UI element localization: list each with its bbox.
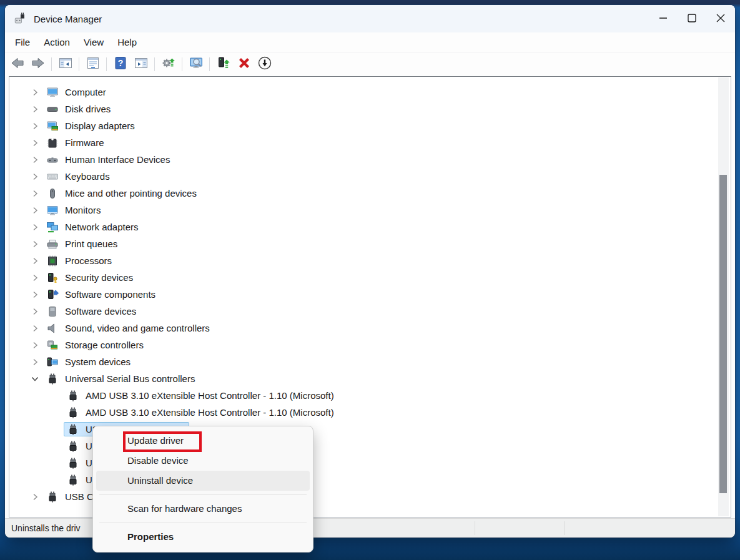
toolbar-separator (182, 57, 182, 71)
display-adapter-icon (46, 120, 59, 132)
tree-item-software-components[interactable]: Software components (9, 286, 731, 303)
tree-item-display-adapters[interactable]: Display adapters (9, 117, 731, 134)
update-driver-icon (216, 56, 231, 72)
toolbar-button-properties[interactable] (83, 55, 102, 74)
tree-item-human-interface-devices[interactable]: Human Interface Devices (9, 151, 731, 168)
chevron-right-icon[interactable] (29, 104, 43, 115)
chevron-right-icon[interactable] (29, 120, 43, 132)
tree-item-amd-usb-3-10-extensible-host-controller-1-[interactable]: AMD USB 3.10 eXtensible Host Controller … (9, 387, 731, 404)
tree-item-label: Software devices (65, 306, 136, 317)
tree-item-monitors[interactable]: Monitors (9, 202, 731, 219)
toolbar-button-uninstall[interactable] (234, 55, 254, 74)
tree-item-sound-video-and-game-controllers[interactable]: Sound, video and game controllers (9, 320, 731, 336)
toolbar-button-help[interactable]: ? (111, 55, 130, 74)
console-tree-icon (58, 56, 73, 72)
tree-item-software-devices[interactable]: Software devices (9, 303, 731, 320)
tree-item-label: U (86, 474, 92, 485)
chevron-right-icon[interactable] (29, 289, 43, 300)
context-menu-item-properties[interactable]: Properties (93, 527, 313, 547)
context-menu-item-uninstall-device[interactable]: Uninstall device (96, 471, 310, 491)
tree-item-label: System devices (65, 356, 131, 367)
usb-plug-icon (67, 390, 79, 402)
context-menu-item-update-driver[interactable]: Update driver (93, 431, 313, 451)
menu-item-file[interactable]: File (8, 34, 37, 50)
toolbar-button-back[interactable] (7, 55, 27, 74)
chevron-right-icon[interactable] (29, 356, 43, 368)
toolbar-button-update-driver[interactable] (214, 55, 233, 74)
menu-item-view[interactable]: View (77, 34, 111, 50)
tree-item-mice-and-other-pointing-devices[interactable]: Mice and other pointing devices (9, 185, 731, 202)
keyboard-icon (46, 170, 59, 183)
forward-arrow-icon (31, 56, 46, 72)
menu-item-action[interactable]: Action (37, 34, 77, 50)
tree-item-label: Computer (65, 87, 106, 97)
printer-icon (46, 238, 59, 250)
chevron-right-icon[interactable] (29, 137, 43, 149)
toolbar-separator (209, 57, 210, 71)
close-button[interactable] (706, 5, 735, 32)
maximize-button[interactable] (678, 5, 706, 32)
chevron-right-icon[interactable] (29, 154, 43, 165)
toolbar-button-show-console-tree[interactable] (56, 55, 75, 74)
context-menu-item-disable-device[interactable]: Disable device (93, 451, 313, 471)
tree-row-content: Keyboards (43, 169, 116, 184)
chevron-right-icon[interactable] (29, 323, 43, 334)
chevron-right-icon[interactable] (29, 188, 43, 199)
tree-item-computer[interactable]: Computer (9, 84, 731, 101)
toolbar-button-remote-computer[interactable] (186, 55, 205, 74)
chevron-right-icon[interactable] (29, 205, 43, 216)
tree-scrollbar[interactable] (718, 77, 729, 516)
tree-item-label: Monitors (65, 205, 101, 215)
chevron-right-icon[interactable] (29, 272, 43, 283)
network-adapter-icon (46, 221, 59, 233)
software-component-icon (46, 288, 59, 301)
tree-item-label: U (86, 458, 92, 468)
toolbar-button-show-action-pane[interactable] (131, 55, 150, 74)
chevron-right-icon[interactable] (29, 255, 43, 267)
tree-item-label: Storage controllers (65, 340, 144, 350)
tree-row-content: AMD USB 3.10 eXtensible Host Controller … (64, 405, 340, 420)
context-menu-item-scan-for-hardware-changes[interactable]: Scan for hardware changes (93, 499, 313, 519)
tree-item-processors[interactable]: Processors (9, 252, 731, 269)
chevron-right-icon[interactable] (29, 238, 43, 250)
chevron-right-icon[interactable] (29, 306, 43, 317)
help-icon: ? (113, 56, 128, 72)
usb-plug-icon (67, 423, 79, 436)
tree-row-content: Software devices (43, 304, 142, 318)
scrollbar-thumb[interactable] (719, 175, 727, 493)
chevron-right-icon[interactable] (29, 171, 43, 182)
tree-item-amd-usb-3-10-extensible-host-controller-1-[interactable]: AMD USB 3.10 eXtensible Host Controller … (9, 404, 731, 421)
monitor-icon (46, 204, 59, 217)
toolbar-button-scan-for-hardware-changes[interactable] (159, 55, 178, 74)
tree-item-storage-controllers[interactable]: Storage controllers (9, 336, 731, 353)
tree-item-label: U (86, 441, 92, 451)
tree-item-disk-drives[interactable]: Disk drives (9, 101, 731, 117)
tree-row-content: Universal Serial Bus controllers (43, 371, 200, 386)
tree-item-label: Sound, video and game controllers (65, 323, 210, 333)
tree-item-security-devices[interactable]: Security devices (9, 269, 731, 286)
tree-item-network-adapters[interactable]: Network adapters (9, 219, 731, 235)
device-manager-icon (14, 12, 27, 26)
toolbar-button-disable[interactable] (255, 55, 274, 74)
tree-row-content: Firmware (43, 135, 110, 150)
tree-item-label: Network adapters (65, 222, 139, 232)
tree-row-content: Network adapters (43, 220, 144, 234)
tree-item-firmware[interactable]: Firmware (9, 134, 731, 151)
tree-item-keyboards[interactable]: Keyboards (9, 168, 731, 185)
tree-item-universal-serial-bus-controllers[interactable]: Universal Serial Bus controllers (9, 370, 731, 387)
chevron-right-icon[interactable] (29, 340, 43, 351)
usb-plug-icon (67, 406, 79, 419)
toolbar-button-forward[interactable] (28, 55, 47, 74)
chevron-right-icon[interactable] (29, 491, 43, 503)
tree-item-system-devices[interactable]: System devices (9, 353, 731, 370)
chevron-down-icon[interactable] (29, 373, 43, 385)
chevron-right-icon[interactable] (29, 87, 43, 98)
tree-item-print-queues[interactable]: Print queues (9, 235, 731, 252)
minimize-button[interactable] (649, 5, 678, 32)
chevron-right-icon[interactable] (29, 222, 43, 233)
tree-row-content: Security devices (43, 270, 139, 285)
menu-item-help[interactable]: Help (111, 34, 144, 50)
usb-plug-icon (46, 373, 59, 385)
context-menu-separator (99, 523, 307, 523)
tree-row-content: AMD USB 3.10 eXtensible Host Controller … (64, 388, 340, 403)
